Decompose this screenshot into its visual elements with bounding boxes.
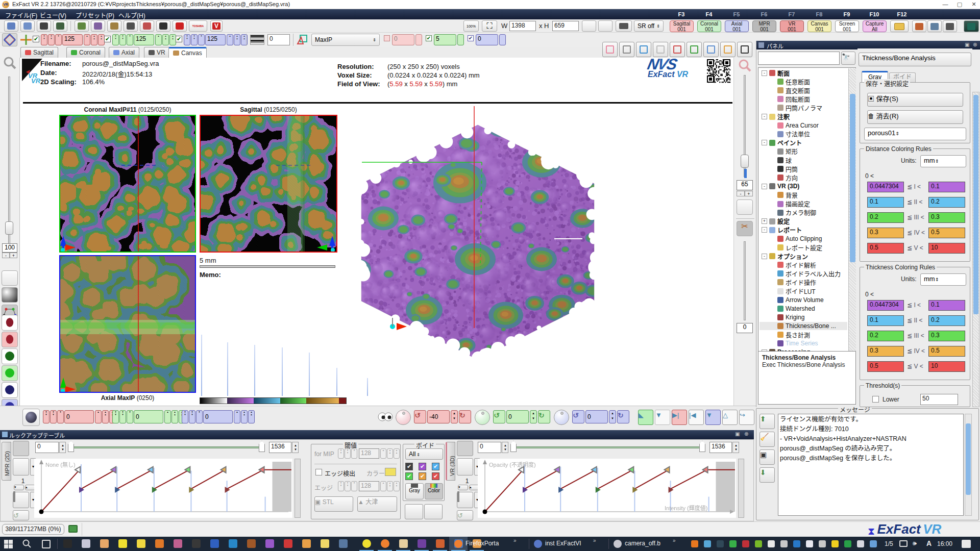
clip-green-button[interactable] — [687, 42, 702, 57]
view-axial-button[interactable]: Axial001 — [725, 20, 749, 32]
gradient-sphere-button[interactable] — [2, 287, 18, 303]
mip-threshold-value[interactable]: 128 — [359, 448, 379, 459]
start-button[interactable] — [4, 540, 13, 548]
rule-to-1[interactable]: 0.2 — [928, 315, 965, 326]
capture-button[interactable] — [616, 20, 632, 32]
void-all-select[interactable]: All⇕ — [405, 448, 443, 460]
mpr-layer-up[interactable]: ▴ — [25, 485, 35, 490]
tree-item[interactable]: -断面 — [760, 69, 847, 77]
rule-from-4[interactable]: 0.5 — [867, 243, 904, 254]
step-gray-button[interactable]: ▼ — [655, 410, 670, 425]
cam-yellow-button[interactable] — [107, 20, 121, 32]
tree-item[interactable]: Watershed — [760, 305, 847, 313]
slice-red-value[interactable]: 125 — [62, 34, 83, 45]
maximize-button[interactable]: ▢ — [952, 0, 967, 9]
edge-color-swatch[interactable] — [385, 468, 396, 476]
vr-lut-graph[interactable] — [478, 459, 736, 518]
hist-fwd-button[interactable] — [405, 504, 423, 519]
rot-blue-rotate-right-button[interactable]: ↻ — [617, 410, 629, 423]
volume-3d-view[interactable] — [256, 91, 736, 404]
mpr-undo-button[interactable]: ↺ — [13, 510, 29, 520]
vr-tab[interactable]: VR (3D) — [446, 442, 455, 481]
minimize-button[interactable]: — — [938, 0, 952, 9]
tree-search-button[interactable]: 🔭 — [841, 52, 855, 65]
taskbar-app-icon[interactable] — [63, 539, 72, 548]
taskbar-app[interactable] — [357, 537, 376, 551]
tree-item[interactable]: 長さ計測 — [760, 331, 847, 339]
menu-item[interactable]: ファイル(F) — [5, 11, 37, 19]
pan-red-value[interactable]: 0 — [64, 410, 94, 423]
cam-purple-button[interactable] — [91, 20, 105, 32]
task-window-camera[interactable]: camera_off.b» — [612, 537, 684, 551]
tree-item[interactable]: Time Series — [760, 339, 847, 347]
expand-gray-button[interactable] — [653, 42, 668, 57]
tree-item[interactable]: ボイドラベル入出力 — [760, 269, 847, 278]
settings-button[interactable] — [943, 20, 957, 32]
fit-button[interactable]: ⛶ — [482, 20, 497, 32]
mip-spin2[interactable]: ▴▴ — [394, 448, 400, 459]
ime-mode[interactable]: A — [926, 539, 932, 547]
prev-white-button[interactable]: |◀ — [689, 410, 704, 425]
tray-icon[interactable] — [729, 540, 737, 547]
pan-blue-spin-down[interactable]: ▾▾ — [189, 410, 195, 423]
left-zoom-slider-thumb[interactable] — [5, 221, 13, 235]
rule-to-4[interactable]: 10 — [928, 243, 965, 254]
ime-pages[interactable]: 1/5 — [885, 540, 893, 547]
slice-green-spin-down[interactable]: ▾ — [127, 34, 133, 45]
msg-down-button[interactable]: ⬇ — [760, 467, 775, 483]
void-check-0[interactable]: ✔ — [405, 463, 413, 470]
view-mpr-button[interactable]: MPR001 — [752, 20, 776, 32]
slice-green-spin-down[interactable]: ▾▾ — [119, 34, 126, 45]
mip-blue-checkbox[interactable]: ✔ — [468, 35, 474, 41]
tree-item[interactable]: ボイド操作 — [760, 278, 847, 286]
tray-icon[interactable] — [806, 540, 813, 547]
taskbar-app-icon[interactable] — [192, 539, 201, 548]
clear-button[interactable]: 🗑 消去(R) — [867, 110, 963, 124]
toshiba-button[interactable]: TOSHIBA — [189, 20, 207, 32]
clip-red-button[interactable] — [670, 42, 685, 57]
zoom-100-button[interactable]: 100% — [463, 20, 479, 32]
taskbar-app-icon[interactable] — [155, 539, 164, 548]
tree-scrollbar[interactable] — [848, 68, 856, 373]
mpr-load-button[interactable] — [13, 458, 29, 475]
pan-green-spin-up[interactable]: ▴▴ — [172, 410, 178, 423]
tab-axial[interactable]: Axial — [109, 47, 139, 58]
tree-item[interactable]: -オプション — [760, 252, 847, 260]
mpr-layer-down[interactable]: ▾ — [14, 485, 24, 490]
menu-item[interactable]: ヘルプ(H) — [118, 11, 145, 19]
tray-icon[interactable] — [691, 540, 698, 547]
lut-toggle-green-light[interactable] — [2, 365, 18, 381]
taskbar-app-icon[interactable] — [229, 539, 237, 548]
taskbar-app-icon[interactable] — [210, 539, 219, 548]
vr-range-track[interactable] — [512, 446, 704, 448]
tray-icon[interactable] — [819, 540, 826, 547]
sphere-dark-button[interactable] — [156, 20, 170, 32]
mip-blue-spin[interactable] — [499, 34, 506, 45]
rule-to-2[interactable]: 0.3 — [928, 212, 965, 223]
edge-spin[interactable]: ▾▾ — [338, 481, 344, 491]
tree-item[interactable]: 任意断面 — [760, 78, 847, 86]
tree-item[interactable]: 円筒 — [760, 165, 847, 173]
left-zoom-slider-track[interactable] — [8, 77, 10, 245]
slice-red-spin-down[interactable]: ▾▾ — [41, 34, 47, 45]
tab-coronal[interactable]: Coronal — [66, 47, 105, 58]
void-check-2[interactable]: ✔ — [432, 463, 439, 470]
edge-spin2[interactable]: ▴ — [380, 481, 386, 491]
play-flag-button[interactable]: ◣ — [638, 410, 653, 425]
slice-green-spin-down[interactable]: ▾▾ — [112, 34, 119, 45]
slice-blue-value[interactable]: 125 — [205, 34, 226, 45]
slice-blue-spin-up[interactable]: ▴▴ — [241, 34, 248, 45]
close-button[interactable]: ✕ — [967, 0, 980, 9]
units-select[interactable]: mm⇕ — [920, 155, 966, 167]
hist-back-button[interactable] — [424, 504, 443, 519]
home-button[interactable] — [964, 20, 979, 32]
taskbar-app-icon[interactable] — [137, 539, 145, 548]
rot-red-rotate-left-button[interactable]: ↺ — [414, 410, 426, 423]
mpr-range-max-spin[interactable]: ▴▾ — [292, 442, 299, 453]
tree-item[interactable]: ボイドLUT — [760, 287, 847, 295]
render-mode-select[interactable]: MaxIP⇕ — [311, 34, 380, 46]
taskbar-app-icon[interactable] — [302, 539, 311, 548]
lut-toggle-red-dark[interactable] — [2, 315, 18, 331]
save-button[interactable]: ▣ 保存(S) — [867, 93, 963, 107]
mip-spin2[interactable]: ▴ — [380, 448, 386, 459]
